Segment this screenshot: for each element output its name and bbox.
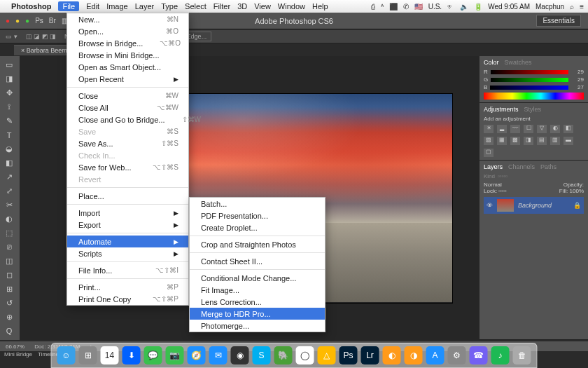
tab-swatches[interactable]: Swatches: [505, 59, 532, 66]
adj-hue-icon[interactable]: ◐: [550, 125, 560, 133]
menu-layer[interactable]: Layer: [135, 2, 155, 11]
file-item-27[interactable]: Print One Copy⌥⇧⌘P: [67, 293, 188, 305]
dock-chrome[interactable]: ◯: [296, 346, 314, 364]
dock-evernote[interactable]: 🐘: [274, 346, 293, 364]
tool-10[interactable]: ✂: [1, 199, 17, 212]
menu-help[interactable]: Help: [312, 2, 328, 11]
file-item-9[interactable]: Close and Go to Bridge...⇧⌘W: [67, 114, 188, 125]
tool-8[interactable]: ↗: [1, 171, 17, 184]
file-item-11[interactable]: Save As...⇧⌘S: [67, 137, 188, 149]
tool-6[interactable]: ◒: [1, 143, 17, 156]
tool-13[interactable]: ⎚: [1, 240, 17, 253]
dock-sysprefs[interactable]: ⚙: [448, 346, 466, 364]
tab-color[interactable]: Color: [484, 59, 499, 66]
file-item-0[interactable]: New...⌘N: [67, 13, 188, 25]
automate-item-2[interactable]: Create Droplet...: [190, 222, 325, 233]
adj-sel-icon[interactable]: ▢: [484, 149, 493, 157]
b-slider[interactable]: [490, 86, 568, 90]
file-item-8[interactable]: Close All⌥⌘W: [67, 102, 188, 114]
file-item-2[interactable]: Browse in Bridge...⌥⌘O: [67, 37, 188, 49]
adj-lookup-icon[interactable]: ▩: [510, 137, 520, 145]
menu-3d[interactable]: 3D: [237, 2, 247, 11]
automate-item-12[interactable]: Photomerge...: [190, 320, 325, 332]
hue-strip[interactable]: [484, 93, 584, 100]
user-name[interactable]: Macphun: [536, 3, 564, 11]
dock-aurora[interactable]: ◐: [383, 346, 401, 364]
dock-trash[interactable]: 🗑: [513, 346, 531, 364]
file-item-16[interactable]: Place...: [67, 190, 188, 202]
tool-19[interactable]: Q: [1, 325, 17, 337]
menu-edit[interactable]: Edit: [86, 2, 99, 11]
dock-launchpad[interactable]: ⊞: [79, 346, 97, 364]
adj-brightness-icon[interactable]: ☀: [484, 125, 493, 133]
dock-calendar[interactable]: 14: [101, 346, 119, 364]
tool-5[interactable]: T: [1, 129, 17, 142]
tab-mini-bridge[interactable]: Mini Bridge: [4, 351, 32, 361]
automate-item-10[interactable]: Lens Correction...: [190, 296, 325, 308]
dock-mail[interactable]: ✉: [209, 346, 227, 364]
automate-item-6[interactable]: Contact Sheet II...: [190, 255, 325, 267]
adj-invert-icon[interactable]: ◨: [524, 137, 533, 145]
tab-paths[interactable]: Paths: [540, 163, 556, 170]
tool-18[interactable]: ⊕: [1, 311, 17, 323]
automate-item-4[interactable]: Crop and Straighten Photos: [190, 238, 325, 250]
dock-appstore[interactable]: A: [426, 346, 444, 364]
dock-filters[interactable]: ◑: [405, 346, 423, 364]
dock-messages[interactable]: 💬: [144, 346, 162, 364]
automate-item-9[interactable]: Fit Image...: [190, 284, 325, 296]
file-item-22[interactable]: Scripts▶: [67, 247, 188, 259]
file-item-21[interactable]: Automate▶: [67, 236, 188, 247]
spotlight-icon[interactable]: ⌕: [570, 3, 574, 11]
automate-item-11[interactable]: Merge to HDR Pro...: [190, 308, 325, 320]
tool-15[interactable]: ◻: [1, 268, 17, 281]
tab-channels[interactable]: Channels: [508, 163, 535, 170]
dock-gdrive[interactable]: △: [318, 346, 336, 364]
file-item-4[interactable]: Open as Smart Object...: [67, 61, 188, 73]
automate-item-8[interactable]: Conditional Mode Change...: [190, 272, 325, 284]
adj-photo-icon[interactable]: ▨: [484, 137, 493, 145]
workspace-switcher[interactable]: Essentials: [536, 15, 581, 27]
adj-curves-icon[interactable]: 〰: [510, 125, 520, 133]
tool-17[interactable]: ↺: [1, 297, 17, 309]
r-slider[interactable]: [491, 70, 568, 74]
file-item-1[interactable]: Open...⌘O: [67, 25, 188, 37]
tool-11[interactable]: ◐: [1, 212, 17, 225]
eye-icon[interactable]: 👁: [486, 202, 493, 209]
tab-adjustments[interactable]: Adjustments: [484, 106, 519, 113]
tool-9[interactable]: ⤢: [1, 185, 17, 198]
marquee-tool-icon[interactable]: ▭ ▾: [6, 33, 18, 40]
dock-safari[interactable]: 🧭: [188, 346, 206, 364]
menu-file[interactable]: File: [58, 1, 79, 11]
dock-activity[interactable]: ◉: [231, 346, 249, 364]
tool-14[interactable]: ◫: [1, 254, 17, 267]
dock-skype[interactable]: S: [253, 346, 271, 364]
dock-dropbox[interactable]: ⬇: [122, 346, 141, 364]
zoom-level[interactable]: 66.67%: [6, 343, 24, 350]
file-item-13[interactable]: Save for Web...⌥⇧⌘S: [67, 161, 188, 173]
tool-7[interactable]: ◧: [1, 157, 17, 170]
file-item-19[interactable]: Export▶: [67, 219, 188, 231]
notification-icon[interactable]: ≡: [580, 3, 584, 11]
menu-view[interactable]: View: [254, 2, 271, 11]
tool-2[interactable]: ✥: [1, 87, 17, 100]
file-item-26[interactable]: Print...⌘P: [67, 281, 188, 293]
menu-window[interactable]: Window: [278, 2, 305, 11]
dock-photoshop[interactable]: Ps: [340, 346, 358, 364]
tab-styles[interactable]: Styles: [524, 106, 542, 113]
layer-blend-mode[interactable]: Normal: [484, 182, 502, 188]
adj-poster-icon[interactable]: ▤: [537, 137, 547, 145]
menu-select[interactable]: Select: [185, 2, 206, 11]
tool-1[interactable]: ◨: [1, 73, 17, 86]
dock-viber[interactable]: ☎: [470, 346, 488, 364]
tool-0[interactable]: ▭: [1, 59, 17, 71]
app-name[interactable]: Photoshop: [11, 2, 51, 11]
bridge-icon[interactable]: Br: [49, 17, 56, 25]
adj-exposure-icon[interactable]: ☐: [524, 125, 533, 133]
menu-image[interactable]: Image: [106, 2, 128, 11]
tool-4[interactable]: ✎: [1, 115, 17, 128]
dock-spotify[interactable]: ♪: [491, 346, 510, 364]
automate-item-1[interactable]: PDF Presentation...: [190, 210, 325, 222]
adj-levels-icon[interactable]: ▂: [497, 125, 507, 133]
dock-facetime[interactable]: 📷: [166, 346, 184, 364]
automate-item-0[interactable]: Batch...: [190, 198, 325, 210]
